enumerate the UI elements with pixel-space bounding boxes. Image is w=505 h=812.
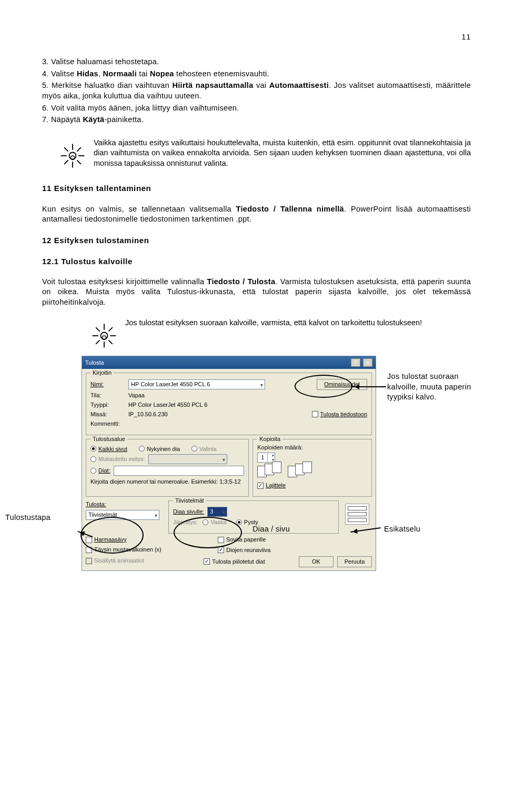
label-state: Tila: — [90, 392, 128, 399]
label-type: Tyyppi: — [90, 401, 128, 409]
sun-icon — [58, 141, 87, 171]
radio-current[interactable]: Nykyinen dia — [139, 445, 180, 453]
range-group: Tulostusalue Kaikki sivut Nykyinen dia V… — [86, 439, 249, 497]
value-state: Vapaa — [128, 392, 145, 399]
step: 3. Valitse haluamasi tehostetapa. — [42, 57, 471, 67]
printer-select[interactable]: HP Color LaserJet 4550 PCL 6 — [128, 379, 265, 389]
anim-checkbox: Sisällytä animaatiot — [86, 557, 144, 565]
range-hint: Kirjoita diojen numerot tai numeroalue. … — [90, 478, 244, 486]
label-print: Tulosta: — [86, 500, 165, 508]
help-button[interactable]: ? — [351, 358, 360, 367]
svg-line-15 — [108, 340, 112, 344]
printer-group: Kirjoitin Nimi: HP Color LaserJet 4550 P… — [86, 373, 372, 435]
summary-caption: Tiivistelmät — [173, 497, 206, 505]
preview-thumbs — [345, 504, 369, 525]
value-type: HP Color LaserJet 4550 PCL 6 — [128, 401, 207, 409]
close-button[interactable]: × — [363, 358, 372, 367]
frame-checkbox[interactable]: ✓Diojen reunaviiva — [218, 546, 270, 554]
radio-dias[interactable]: Diat: — [90, 467, 110, 475]
label-comment: Kommentti: — [90, 420, 128, 428]
para-11: Kun esitys on valmis, se tallennetaan va… — [42, 204, 471, 225]
properties-button[interactable]: Ominaisuudet — [317, 379, 367, 390]
arrow-1 — [352, 386, 386, 387]
label-order: Järjestys: — [173, 518, 197, 526]
annotation-right-2: Esikatselu — [384, 524, 420, 535]
label-perpage: Diaa sivulle: — [173, 508, 204, 516]
print-dialog-area: Tulosta ? × Kirjoitin Nimi: HP Color Las… — [42, 356, 471, 570]
printer-caption: Kirjoitin — [90, 369, 114, 377]
label-where: Missä: — [90, 410, 128, 418]
print-dialog: Tulosta ? × Kirjoitin Nimi: HP Color Las… — [82, 356, 376, 570]
svg-line-5 — [64, 147, 68, 151]
dialog-title: Tulosta — [85, 359, 104, 367]
para-12: Voit tulostaa esityksesi kirjoittimelle … — [42, 277, 471, 308]
step: 7. Näpäytä Käytä-painiketta. — [42, 115, 471, 125]
heading-12-1: 12.1 Tulostus kalvoille — [42, 256, 471, 267]
radio-all[interactable]: Kaikki sivut — [90, 445, 127, 453]
step: 6. Voit valita myös äänen, joka liittyy … — [42, 103, 471, 114]
label-name: Nimi: — [90, 380, 128, 388]
radio-horiz: Vaaka — [203, 518, 226, 526]
page-number: 11 — [42, 32, 471, 42]
hidden-checkbox[interactable]: ✓Tulosta piilotetut diat — [204, 558, 265, 566]
tip-box-2: Jos tulostat esityksen suoraan kalvoille… — [89, 318, 471, 350]
print-to-file-checkbox[interactable]: Tulosta tiedostoon — [312, 410, 367, 418]
cancel-button[interactable]: Peruuta — [337, 556, 372, 567]
tip-box-1: Vaikka ajastettu esitys vaikuttaisi houk… — [58, 138, 471, 171]
label-copies: Kopioiden määrä: — [257, 444, 367, 452]
fit-checkbox[interactable]: Sovita paperille — [218, 536, 266, 544]
svg-line-6 — [77, 160, 80, 164]
annotation-mid: Diaa / sivu — [252, 524, 290, 535]
svg-line-16 — [108, 327, 112, 331]
perpage-select[interactable]: 3 — [207, 507, 227, 517]
copies-caption: Kopioita — [257, 435, 282, 443]
ok-button[interactable]: OK — [299, 556, 334, 567]
step: 4. Valitse Hidas, Normaali tai Nopea teh… — [42, 69, 471, 79]
collate-checkbox[interactable]: ✓Lajittele — [257, 482, 286, 489]
svg-line-8 — [64, 160, 68, 164]
dialog-titlebar: Tulosta ? × — [82, 356, 376, 369]
bw-checkbox[interactable]: Täysin mustavalkoinen (x) — [86, 546, 161, 554]
print-what-select[interactable]: Tiivistelmät — [86, 510, 159, 520]
sun-icon — [89, 321, 119, 350]
copies-group: Kopioita Kopioiden määrä: 1▲▼ ✓Lajittele — [252, 439, 372, 497]
heading-11: 11 Esityksen tallentaminen — [42, 183, 471, 194]
svg-line-7 — [77, 147, 80, 151]
value-where: IP_10.50.6.230 — [128, 410, 168, 418]
tip-text-2: Jos tulostat esityksen suoraan kalvoille… — [125, 318, 422, 328]
collate-preview — [257, 466, 367, 477]
instruction-list: 3. Valitse haluamasi tehostetapa.4. Vali… — [42, 57, 471, 125]
tip-text-1: Vaikka ajastettu esitys vaikuttaisi houk… — [94, 138, 471, 169]
heading-12: 12 Esityksen tulostaminen — [42, 235, 471, 246]
annotation-left: Tulostustapa — [5, 513, 50, 523]
radio-selection: Valinta — [191, 445, 217, 453]
dias-input[interactable] — [114, 466, 245, 476]
range-caption: Tulostusalue — [90, 435, 127, 443]
svg-line-14 — [96, 327, 99, 331]
step: 5. Merkitse haluatko dian vaihtuvan Hiir… — [42, 81, 471, 101]
annotation-right-1: Jos tulostat suoraan kalvoille, muuta pa… — [387, 372, 471, 403]
svg-line-17 — [96, 340, 99, 344]
radio-custom: Mukautettu esitys: — [90, 455, 145, 463]
custom-select — [148, 454, 227, 464]
